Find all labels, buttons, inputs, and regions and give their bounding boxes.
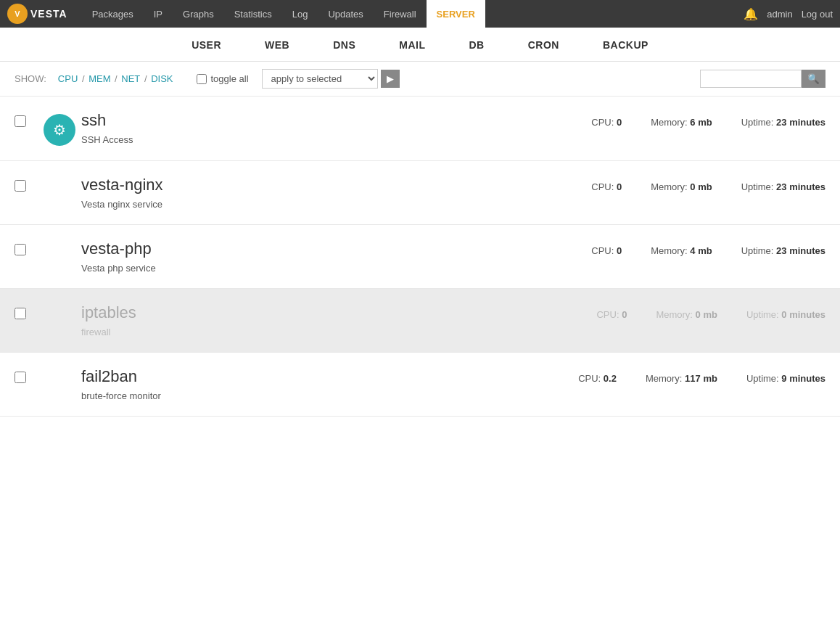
vesta-php-name: vesta-php — [81, 239, 591, 258]
iptables-checkbox[interactable] — [15, 308, 26, 319]
vesta-nginx-uptime-val: 23 minutes — [776, 181, 825, 192]
fail2ban-desc: brute-force monitor — [81, 390, 578, 401]
vesta-php-cpu: CPU: 0 — [591, 245, 622, 256]
iptables-memory-val: 0 mb — [696, 309, 717, 320]
service-row-iptables: iptables firewall CPU: 0 Memory: 0 mb Up… — [0, 289, 840, 353]
vesta-php-cpu-val: 0 — [617, 245, 622, 256]
service-row-ssh: ⚙ ssh SSH Access CPU: 0 Memory: 6 mb Upt… — [0, 97, 840, 161]
vesta-php-icon-col — [38, 239, 81, 242]
search-button[interactable]: 🔍 — [802, 70, 825, 88]
ssh-checkbox[interactable] — [15, 115, 26, 127]
logo[interactable]: V VESTA — [7, 4, 67, 24]
nav-server[interactable]: SERVER — [427, 0, 485, 28]
ssh-name: ssh — [81, 111, 591, 130]
top-nav: V VESTA Packages IP Graphs Statistics Lo… — [0, 0, 840, 28]
nav-db[interactable]: DB — [469, 39, 485, 51]
show-links: CPU / MEM / NET / DISK — [57, 73, 175, 84]
nav-cron[interactable]: CRON — [528, 39, 559, 51]
toggle-all-checkbox[interactable] — [197, 74, 207, 84]
nav-graphs[interactable]: Graphs — [173, 0, 224, 28]
gear-icon: ⚙ — [44, 114, 75, 146]
toggle-all-label: toggle all — [211, 73, 249, 84]
ssh-uptime: Uptime: 23 minutes — [741, 117, 825, 128]
iptables-desc: firewall — [81, 327, 596, 337]
vesta-nginx-icon-col — [38, 176, 81, 179]
logout-link[interactable]: Log out — [802, 9, 833, 20]
show-disk[interactable]: DISK — [151, 73, 173, 84]
admin-link[interactable]: admin — [767, 9, 792, 20]
vesta-nginx-memory-val: 0 mb — [690, 181, 712, 192]
search-wrap: 🔍 — [700, 70, 825, 88]
nav-backup[interactable]: BACKUP — [603, 39, 648, 51]
iptables-main: iptables firewall — [81, 303, 596, 337]
service-row-vesta-nginx: vesta-nginx Vesta nginx service CPU: 0 M… — [0, 161, 840, 225]
show-cpu[interactable]: CPU — [58, 73, 78, 84]
ssh-uptime-val: 23 minutes — [776, 117, 825, 128]
vesta-php-uptime-val: 23 minutes — [776, 245, 825, 256]
filter-bar: SHOW: CPU / MEM / NET / DISK toggle all … — [0, 62, 840, 97]
nav-web[interactable]: WEB — [265, 39, 289, 51]
fail2ban-checkbox[interactable] — [15, 372, 26, 383]
vesta-php-uptime: Uptime: 23 minutes — [741, 245, 825, 256]
right-side: 🔔 admin Log out — [744, 7, 833, 21]
search-input[interactable] — [700, 70, 802, 88]
iptables-icon-col — [38, 303, 81, 306]
show-net[interactable]: NET — [121, 73, 140, 84]
ssh-cpu-val: 0 — [617, 117, 622, 128]
logo-icon: V — [7, 4, 28, 24]
nav-ip[interactable]: IP — [144, 0, 173, 28]
vesta-php-checkbox[interactable] — [15, 244, 26, 255]
service-row-vesta-php: vesta-php Vesta php service CPU: 0 Memor… — [0, 225, 840, 289]
logo-text: VESTA — [30, 8, 67, 20]
fail2ban-name: fail2ban — [81, 367, 578, 386]
vesta-nginx-uptime: Uptime: 23 minutes — [741, 181, 825, 192]
nav-links: Packages IP Graphs Statistics Log Update… — [82, 0, 744, 28]
nav-dns[interactable]: DNS — [333, 39, 355, 51]
nav-updates[interactable]: Updates — [318, 0, 373, 28]
iptables-cpu: CPU: 0 — [596, 309, 627, 320]
nav-firewall[interactable]: Firewall — [374, 0, 427, 28]
bell-icon: 🔔 — [744, 7, 758, 21]
vesta-nginx-checkbox[interactable] — [15, 180, 26, 192]
service-row-fail2ban: fail2ban brute-force monitor CPU: 0.2 Me… — [0, 353, 840, 417]
vesta-php-main: vesta-php Vesta php service — [81, 239, 591, 274]
ssh-cpu: CPU: 0 — [591, 117, 622, 128]
ssh-memory: Memory: 6 mb — [651, 117, 712, 128]
nav-user[interactable]: USER — [192, 39, 221, 51]
nav-packages[interactable]: Packages — [82, 0, 144, 28]
fail2ban-cpu-val: 0.2 — [604, 373, 617, 384]
ssh-desc: SSH Access — [81, 134, 591, 145]
vesta-nginx-desc: Vesta nginx service — [81, 199, 591, 210]
vesta-php-stats: CPU: 0 Memory: 4 mb Uptime: 23 minutes — [591, 239, 825, 256]
toggle-all-area: toggle all — [197, 73, 249, 84]
vesta-php-desc: Vesta php service — [81, 263, 591, 274]
secondary-nav: USER WEB DNS MAIL DB CRON BACKUP — [0, 28, 840, 62]
vesta-nginx-cpu: CPU: 0 — [591, 181, 622, 192]
apply-select-wrap: apply to selectedrestartstopstart ▶ — [262, 69, 400, 89]
ssh-stats: CPU: 0 Memory: 6 mb Uptime: 23 minutes — [591, 111, 825, 128]
iptables-name: iptables — [81, 303, 596, 322]
iptables-memory: Memory: 0 mb — [656, 309, 717, 320]
vesta-php-memory-val: 4 mb — [690, 245, 712, 256]
apply-select[interactable]: apply to selectedrestartstopstart — [262, 69, 378, 89]
vesta-nginx-main: vesta-nginx Vesta nginx service — [81, 176, 591, 210]
nav-statistics[interactable]: Statistics — [224, 0, 282, 28]
vesta-php-memory: Memory: 4 mb — [651, 245, 712, 256]
fail2ban-uptime: Uptime: 9 minutes — [746, 373, 825, 384]
apply-button[interactable]: ▶ — [381, 70, 400, 88]
show-mem[interactable]: MEM — [88, 73, 110, 84]
vesta-nginx-name: vesta-nginx — [81, 176, 591, 194]
fail2ban-main: fail2ban brute-force monitor — [81, 367, 578, 401]
iptables-uptime: Uptime: 0 minutes — [746, 309, 825, 320]
iptables-stats: CPU: 0 Memory: 0 mb Uptime: 0 minutes — [596, 303, 825, 320]
fail2ban-uptime-val: 9 minutes — [781, 373, 825, 384]
fail2ban-memory-val: 117 mb — [685, 373, 717, 384]
show-label: SHOW: — [15, 73, 46, 84]
nav-mail[interactable]: MAIL — [399, 39, 425, 51]
fail2ban-icon-col — [38, 367, 81, 370]
nav-log[interactable]: Log — [282, 0, 318, 28]
iptables-uptime-val: 0 minutes — [781, 309, 825, 320]
fail2ban-stats: CPU: 0.2 Memory: 117 mb Uptime: 9 minute… — [578, 367, 825, 384]
ssh-main: ssh SSH Access — [81, 111, 591, 145]
vesta-nginx-memory: Memory: 0 mb — [651, 181, 712, 192]
